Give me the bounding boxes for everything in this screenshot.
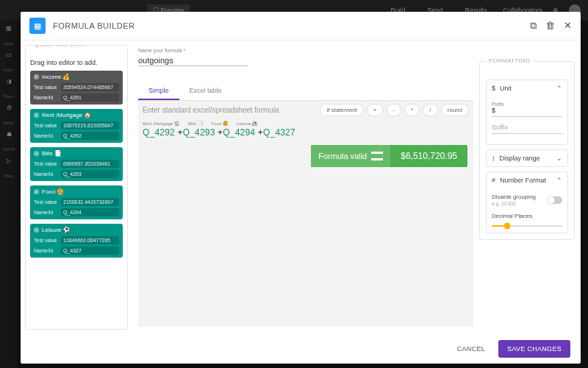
name-id-field[interactable]: Q_4293 xyxy=(61,170,119,178)
formatting-title: FORMATTING xyxy=(486,57,533,64)
modal-title: FORMULA BUILDER xyxy=(53,21,135,30)
unit-label: Unit xyxy=(500,85,512,92)
question-data-panel: QUESTION DATA Drag into editor to add. I… xyxy=(25,45,128,330)
equals-icon xyxy=(371,152,383,160)
disable-grouping-toggle[interactable] xyxy=(548,197,562,204)
number-format-toggle[interactable]: # Number Format ⌃ xyxy=(487,172,567,188)
if-statement-button[interactable]: if statement xyxy=(320,104,363,116)
test-value-field[interactable]: 20594524.074485667 xyxy=(61,83,119,91)
display-range-label: Display range xyxy=(500,155,540,162)
modal-header: ▦ FORMULA BUILDER ⧉ 🗑 ✕ xyxy=(21,12,581,40)
token-label: Leisure ⚽ xyxy=(237,121,257,126)
unit-toggle[interactable]: $ Unit ⌃ xyxy=(487,80,567,96)
radio-icon xyxy=(34,151,39,156)
question-card[interactable]: Rent /Mortgage 🏠 Test value10075215.8153… xyxy=(30,109,123,143)
radio-icon xyxy=(34,227,39,233)
modal-footer: CANCEL SAVE CHANGES xyxy=(21,334,581,364)
range-icon: ↕ xyxy=(492,155,495,162)
chevron-up-icon: ⌃ xyxy=(556,177,562,184)
chevron-up-icon: ⌃ xyxy=(556,85,562,92)
round-button[interactable]: round xyxy=(441,104,469,116)
decimal-places-slider[interactable] xyxy=(492,225,562,227)
formula-center: Name your formula * Simple Excel table E… xyxy=(132,40,479,334)
question-card[interactable]: Leisure ⚽ Test value11849662.00477265 Na… xyxy=(30,224,123,258)
prefix-field[interactable]: Prefix $ xyxy=(492,99,562,117)
question-card[interactable]: Income 💰 Test value20594524.074485667 Na… xyxy=(30,71,123,105)
name-id-field[interactable]: Q_4292 xyxy=(61,132,119,140)
op-plus-button[interactable]: + xyxy=(367,104,384,116)
cancel-button[interactable]: CANCEL xyxy=(450,341,492,357)
formula-token[interactable]: Q_4292 xyxy=(143,127,175,138)
delete-icon[interactable]: 🗑 xyxy=(545,20,555,32)
tab-excel[interactable]: Excel table xyxy=(179,82,232,100)
dollar-icon: $ xyxy=(492,85,495,92)
formula-token[interactable]: Q_4294 xyxy=(223,127,255,138)
radio-icon xyxy=(34,74,39,79)
decimal-places-label: Decimal Places xyxy=(492,213,562,219)
op-minus-button[interactable]: - xyxy=(387,104,402,116)
question-data-title: QUESTION DATA xyxy=(32,45,88,48)
name-id-field[interactable]: Q_4291 xyxy=(61,93,119,102)
suffix-field[interactable]: Suffix xyxy=(492,121,562,134)
formula-name-input[interactable] xyxy=(138,55,248,66)
radio-icon xyxy=(34,189,39,194)
save-button[interactable]: SAVE CHANGES xyxy=(498,340,570,358)
test-value-field[interactable]: 6896907.201638461 xyxy=(61,160,119,168)
formula-token[interactable]: Q_4293 xyxy=(183,127,215,138)
formula-name-label: Name your formula * xyxy=(138,48,248,53)
number-format-section: # Number Format ⌃ Disable grouping e.g. … xyxy=(486,171,568,233)
disable-grouping-hint: e.g. 10,000 xyxy=(492,201,536,206)
disable-grouping-label: Disable grouping xyxy=(492,194,536,200)
display-range-section: ↕ Display range ⌄ xyxy=(486,149,568,167)
chevron-down-icon: ⌄ xyxy=(556,155,562,162)
radio-icon xyxy=(34,113,39,118)
op-div-button[interactable]: / xyxy=(423,104,437,116)
question-name: Leisure ⚽ xyxy=(42,227,70,233)
number-format-label: Number Format xyxy=(500,177,546,184)
question-card[interactable]: Food 🍔 Test value2150632.4426732897 Name… xyxy=(30,185,123,219)
formula-valid-bar: Formula valid $6,510,720.95 xyxy=(144,145,467,167)
question-name: Income 💰 xyxy=(42,74,70,80)
question-name: Bills 📑 xyxy=(42,150,62,157)
question-name: Food 🍔 xyxy=(42,188,64,195)
formula-result: $6,510,720.95 xyxy=(390,145,467,167)
name-id-field[interactable]: Q_4327 xyxy=(61,247,119,255)
formula-valid-label: Formula valid xyxy=(318,152,367,160)
formula-builder-modal: ▦ FORMULA BUILDER ⧉ 🗑 ✕ QUESTION DATA Dr… xyxy=(21,12,581,364)
copy-icon[interactable]: ⧉ xyxy=(530,20,537,32)
tab-simple[interactable]: Simple xyxy=(138,82,179,100)
token-label: Food 🍔 xyxy=(212,121,228,126)
formula-token[interactable]: Q_4327 xyxy=(263,127,295,138)
token-label: Bills 📑 xyxy=(188,121,203,126)
close-icon[interactable]: ✕ xyxy=(564,20,572,32)
question-data-hint: Drag into editor to add. xyxy=(30,59,123,66)
question-name: Rent /Mortgage 🏠 xyxy=(42,112,91,118)
hash-icon: # xyxy=(492,177,495,184)
formula-editor[interactable]: Enter standard excel/spreadsheet formula… xyxy=(138,100,473,327)
formula-expression[interactable]: Q_4292 +Q_4293 +Q_4294 +Q_4327 xyxy=(143,126,469,138)
name-id-field[interactable]: Q_4294 xyxy=(61,208,119,216)
token-label: Rent /Mortgage 🏠 xyxy=(143,121,179,126)
test-value-field[interactable]: 10075215.815305047 xyxy=(61,121,119,130)
editor-placeholder: Enter standard excel/spreadsheet formula xyxy=(143,106,279,114)
question-card[interactable]: Bills 📑 Test value6896907.201638461 Name… xyxy=(30,147,123,181)
test-value-field[interactable]: 11849662.00477265 xyxy=(61,236,119,244)
display-range-toggle[interactable]: ↕ Display range ⌄ xyxy=(487,150,567,166)
formatting-panel: FORMATTING $ Unit ⌃ Prefix $ Suffix xyxy=(479,61,575,328)
op-mult-button[interactable]: * xyxy=(404,104,420,116)
formula-icon: ▦ xyxy=(29,18,46,34)
unit-section: $ Unit ⌃ Prefix $ Suffix xyxy=(486,79,568,145)
test-value-field[interactable]: 2150632.4426732897 xyxy=(61,198,119,206)
formula-tabs: Simple Excel table xyxy=(138,82,473,100)
